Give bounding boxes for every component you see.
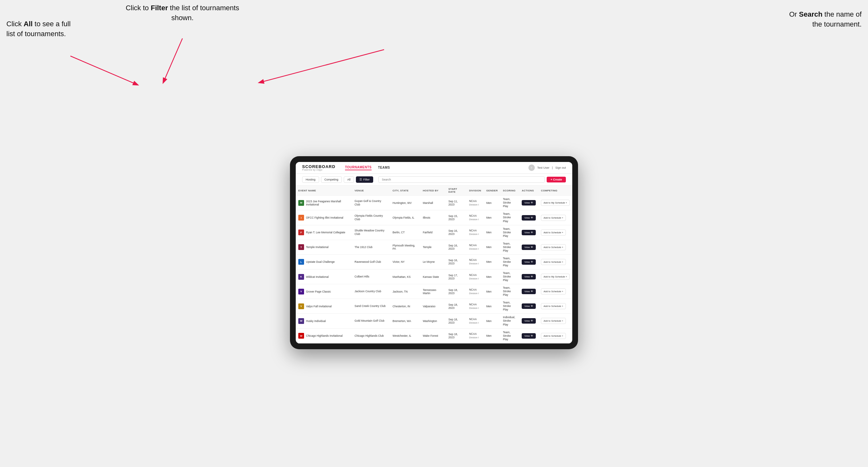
scoring-cell: Team,Stroke Play [500, 210, 519, 225]
actions-cell: View 👁 [519, 314, 538, 329]
view-button[interactable]: View 👁 [522, 215, 536, 221]
hosted-by-cell: Kansas State [420, 270, 446, 284]
gender-cell: Men [484, 270, 500, 284]
view-button[interactable]: View 👁 [522, 289, 536, 294]
table-row: W Chicago Highlands Invitational Chicago… [296, 329, 572, 343]
venue-cell: Ravenwood Golf Club [352, 254, 390, 269]
division-cell: NCAADivision I [467, 195, 484, 210]
view-button[interactable]: View 👁 [522, 333, 536, 339]
team-logo: T [298, 244, 304, 250]
add-schedule-label: Add to Schedule + [544, 335, 563, 337]
tab-competing[interactable]: Competing [321, 176, 342, 183]
event-name: Wildcat Invitational [306, 275, 329, 278]
actions-cell: View 👁 [519, 240, 538, 254]
start-date-cell: Sep 18, 2023 [446, 284, 467, 299]
scoring-cell: Team,Stroke Play [500, 240, 519, 254]
gender-cell: Men [484, 225, 500, 240]
event-name: Ryan T. Lee Memorial Collegiate [306, 231, 345, 234]
add-to-schedule-button[interactable]: Add to Schedule + [541, 333, 566, 339]
tab-hosting[interactable]: Hosting [302, 176, 319, 183]
add-schedule-label: Add to Schedule + [544, 231, 563, 234]
nav-tournaments[interactable]: TOURNAMENTS [345, 165, 372, 170]
view-button[interactable]: View 👁 [522, 274, 536, 279]
actions-cell: View 👁 [519, 329, 538, 343]
logo-sub: Powered by clippi [302, 169, 335, 171]
event-name-cell: K Wildcat Invitational [296, 270, 352, 284]
table-header-row: EVENT NAME VENUE CITY, STATE HOSTED BY S… [296, 186, 572, 195]
eye-icon: 👁 [531, 201, 533, 204]
start-date-cell: Sep 16, 2023 [446, 240, 467, 254]
eye-icon: 👁 [531, 305, 533, 308]
logo-area: SCOREBOARD Powered by clippi [302, 164, 335, 171]
event-name: Valpo Fall Invitational [306, 305, 332, 308]
start-date-cell: Sep 11, 2023 [446, 195, 467, 210]
view-button[interactable]: View 👁 [522, 200, 536, 206]
filter-button[interactable]: ☰ Filter [356, 176, 373, 183]
team-logo: V [298, 289, 304, 294]
nav-teams[interactable]: TEAMS [378, 166, 390, 170]
division-cell: NCAADivision I [467, 210, 484, 225]
filter-label: Filter [363, 178, 370, 181]
venue-cell: Colbert Hills [352, 270, 390, 284]
add-schedule-label: Add to Schedule + [544, 216, 563, 219]
table-row: W Husky Individual Gold Mountain Golf Cl… [296, 314, 572, 329]
search-input[interactable] [378, 176, 545, 183]
sign-out-link[interactable]: Sign out [555, 166, 566, 169]
city-state-cell: Westchester, IL [390, 329, 420, 343]
team-logo: V [298, 304, 304, 309]
add-to-schedule-button[interactable]: Add to Schedule + [541, 215, 566, 221]
add-to-schedule-button[interactable]: Add to My Schedule + [541, 274, 570, 280]
view-button[interactable]: View 👁 [522, 259, 536, 265]
annotation-top-center: Click to Filter the list of tournaments … [122, 3, 243, 23]
table-row: K Wildcat Invitational Colbert HillsManh… [296, 270, 572, 284]
event-name: Husky Individual [306, 319, 326, 323]
view-button[interactable]: View 👁 [522, 230, 536, 235]
city-state-cell: Jackson, TN [390, 284, 420, 299]
gender-cell: Men [484, 329, 500, 343]
add-to-schedule-button[interactable]: Add to My Schedule + [541, 200, 570, 206]
tablet-screen: SCOREBOARD Powered by clippi TOURNAMENTS… [296, 162, 572, 343]
add-to-schedule-button[interactable]: Add to Schedule + [541, 288, 566, 294]
add-to-schedule-button[interactable]: Add to Schedule + [541, 229, 566, 236]
scoring-cell: Individual,Stroke Play [500, 314, 519, 329]
view-button[interactable]: View 👁 [522, 245, 536, 250]
city-state-cell: Olympia Fields, IL [390, 210, 420, 225]
team-logo: W [298, 333, 304, 339]
table-row: T Temple Invitational The 1912 ClubPlymo… [296, 240, 572, 254]
division-cell: NCAADivision I [467, 329, 484, 343]
event-name-cell: W Husky Individual [296, 314, 352, 329]
division-cell: NCAADivision I [467, 314, 484, 329]
svg-line-2 [259, 50, 384, 83]
table-container: EVENT NAME VENUE CITY, STATE HOSTED BY S… [296, 186, 572, 343]
city-state-cell: Berlin, CT [390, 225, 420, 240]
view-button[interactable]: View 👁 [522, 304, 536, 309]
hosted-by-cell: Wake Forest [420, 329, 446, 343]
actions-cell: View 👁 [519, 195, 538, 210]
tab-all[interactable]: All [344, 176, 354, 183]
start-date-cell: Sep 16, 2023 [446, 254, 467, 269]
hosted-by-cell: Fairfield [420, 225, 446, 240]
event-name: 2023 Joe Feaganes Marshall Invitational [306, 200, 349, 206]
add-to-schedule-button[interactable]: Add to Schedule + [541, 259, 566, 265]
division-cell: NCAADivision I [467, 270, 484, 284]
event-name-cell: V Grover Page Classic [296, 284, 352, 299]
eye-icon: 👁 [531, 260, 533, 263]
actions-cell: View 👁 [519, 284, 538, 299]
venue-cell: Chicago Highlands Club [352, 329, 390, 343]
division-cell: NCAADivision I [467, 240, 484, 254]
competing-cell: Add to My Schedule + [538, 270, 572, 284]
start-date-cell: Sep 18, 2023 [446, 329, 467, 343]
create-button[interactable]: + Create [547, 177, 566, 182]
view-button[interactable]: View 👁 [522, 318, 536, 323]
add-to-schedule-button[interactable]: Add to Schedule + [541, 303, 566, 309]
add-to-schedule-button[interactable]: Add to Schedule + [541, 318, 566, 324]
add-to-schedule-button[interactable]: Add to Schedule + [541, 244, 566, 250]
event-name: Grover Page Classic [306, 290, 331, 293]
tournaments-table: EVENT NAME VENUE CITY, STATE HOSTED BY S… [296, 186, 572, 343]
hosted-by-cell: Illinois [420, 210, 446, 225]
add-schedule-label: Add to My Schedule + [544, 275, 567, 278]
team-logo: L [298, 259, 304, 265]
venue-cell: Gold Mountain Golf Club [352, 314, 390, 329]
annotation-top-left: Click All to see a full list of tourname… [6, 19, 77, 39]
hosted-by-cell: Le Moyne [420, 254, 446, 269]
